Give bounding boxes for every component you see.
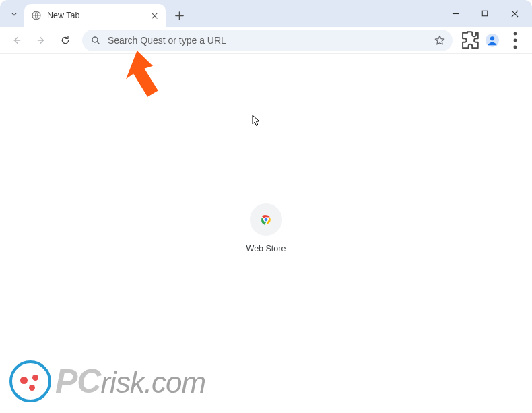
tab-title: New Tab [47, 11, 148, 20]
tab-strip: New Tab [0, 0, 532, 27]
window-maximize-button[interactable] [470, 0, 500, 27]
window-minimize-button[interactable] [440, 0, 470, 27]
chevron-down-icon [9, 9, 19, 19]
svg-point-4 [490, 36, 494, 40]
shortcut-web-store[interactable]: Web Store [228, 203, 304, 253]
shortcut-icon-bubble [250, 203, 282, 236]
person-icon [485, 33, 500, 48]
search-icon [90, 35, 101, 46]
browser-toolbar [0, 27, 532, 54]
close-icon [152, 13, 158, 19]
new-tab-button[interactable] [170, 6, 189, 25]
close-icon [511, 10, 519, 18]
arrow-left-icon [11, 35, 22, 46]
menu-button[interactable] [504, 29, 527, 52]
profile-avatar[interactable] [484, 32, 501, 49]
tab-search-dropdown[interactable] [4, 4, 24, 24]
back-button[interactable] [5, 29, 28, 52]
reload-button[interactable] [54, 29, 77, 52]
address-bar[interactable] [82, 30, 453, 51]
bookmark-button[interactable] [434, 34, 446, 46]
arrow-right-icon [36, 35, 46, 46]
star-icon [434, 34, 446, 46]
forward-button[interactable] [30, 29, 53, 52]
kebab-icon [504, 29, 527, 52]
svg-point-5 [514, 32, 517, 35]
shortcuts-row: Web Store [228, 203, 304, 253]
minimize-icon [452, 10, 459, 18]
svg-rect-1 [482, 11, 488, 16]
shortcut-label: Web Store [246, 244, 286, 253]
browser-tab-active[interactable]: New Tab [24, 4, 166, 27]
globe-icon [31, 10, 42, 21]
new-tab-page: Web Store [0, 54, 532, 413]
plus-icon [175, 11, 184, 20]
window-close-button[interactable] [500, 0, 529, 27]
tab-close-button[interactable] [148, 9, 160, 22]
address-input[interactable] [108, 35, 434, 46]
puzzle-icon [458, 29, 481, 52]
window-controls [440, 0, 529, 27]
web-store-icon [259, 212, 273, 227]
extensions-button[interactable] [458, 29, 481, 52]
maximize-icon [481, 10, 488, 17]
svg-point-7 [514, 45, 517, 49]
reload-icon [60, 35, 71, 46]
svg-point-6 [514, 38, 517, 42]
